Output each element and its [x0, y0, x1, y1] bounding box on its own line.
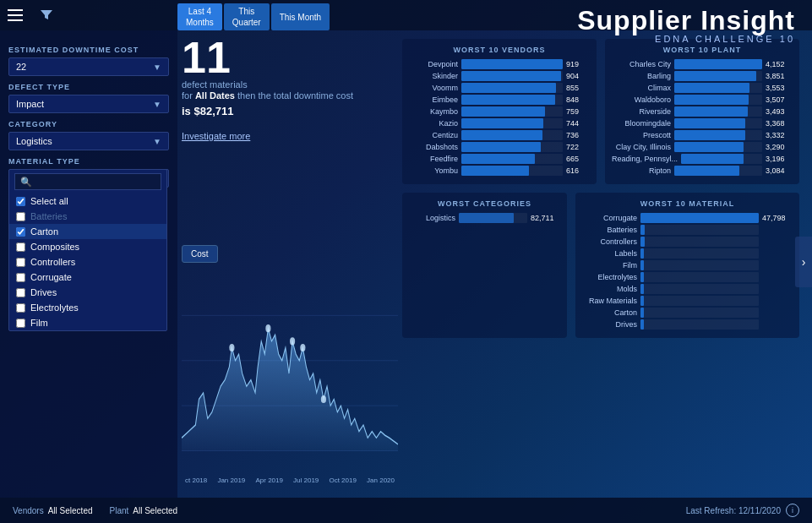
cost-button[interactable]: Cost — [182, 245, 218, 263]
vendor-value: 904 — [566, 72, 590, 80]
investigate-link[interactable]: Investigate more — [182, 131, 250, 141]
funnel-icon[interactable] — [34, 3, 59, 28]
svg-point-6 — [290, 337, 295, 345]
hamburger-menu[interactable] — [0, 0, 30, 30]
x-label-3: Apr 2019 — [255, 477, 282, 484]
x-label-4: Jul 2019 — [293, 477, 319, 484]
plant-bar-track — [674, 59, 762, 69]
corrugate-checkbox[interactable] — [16, 273, 25, 282]
worst-plant-title: WORST 10 PLANT — [612, 46, 793, 54]
material-label: Labels — [582, 249, 637, 258]
plant-bar-row: Clay City, Illinois 3,290 — [612, 142, 793, 152]
plant-bar-track — [674, 95, 762, 105]
plant-bar-row: Ripton 3,084 — [612, 166, 793, 176]
plant-value: 3,851 — [766, 72, 793, 80]
vendor-value: 744 — [566, 119, 590, 128]
this-quarter-btn[interactable]: ThisQuarter — [224, 3, 270, 30]
select-all-checkbox[interactable] — [16, 197, 25, 206]
last-refresh-text: Last Refresh: 12/11/2020 — [686, 506, 781, 515]
vendor-bar-fill — [461, 59, 563, 69]
big-number-display: 11 defect materials — [182, 35, 248, 90]
material-type-dropdown: Select all Batteries Carton Composites C… — [8, 169, 167, 331]
material-bar-track — [640, 237, 759, 247]
description-text: for All Dates then the total downtime co… — [182, 89, 353, 119]
brand: Supplier Insight EDNA CHALLENGE 10 — [577, 7, 795, 44]
batteries-checkbox[interactable] — [16, 212, 25, 221]
material-bar-fill — [640, 284, 644, 294]
material-bar-row: Corrugate 47,798 — [582, 213, 793, 223]
material-item-drives[interactable]: Drives — [9, 285, 166, 300]
timeline-chart-area: ct 2018 Jan 2019 Apr 2019 Jul 2019 Oct 2… — [182, 270, 398, 477]
vendor-bar-row: Yombu 616 — [409, 166, 590, 176]
cost-text: is $82,711 — [182, 105, 233, 117]
category-select[interactable]: Logistics ▼ — [8, 132, 169, 150]
material-bar-fill — [640, 260, 644, 270]
downtime-cost-select[interactable]: 22 ▼ — [8, 57, 169, 76]
this-month-btn[interactable]: This Month — [271, 3, 330, 30]
plant-value: 3,553 — [766, 84, 793, 92]
material-item-corrugate[interactable]: Corrugate — [9, 270, 166, 285]
bottom-bar: Vendors All Selected Plant All Selected … — [0, 498, 812, 523]
vendor-value: 759 — [566, 107, 590, 116]
vendor-bar-track — [461, 83, 563, 93]
plant-label: Climax — [612, 84, 671, 92]
plant-label: Ripton — [612, 166, 671, 175]
material-item-electrolytes[interactable]: Electrolytes — [9, 300, 166, 315]
composites-checkbox[interactable] — [16, 242, 25, 252]
vendor-bar-track — [461, 106, 563, 117]
plant-bar-track — [674, 142, 762, 152]
nav-arrow-right[interactable]: › — [795, 237, 812, 287]
worst-categories-panel: WORST CATEGORIES Logistics 82,711 — [402, 193, 567, 338]
info-icon[interactable]: i — [786, 504, 799, 517]
x-label-5: Oct 2019 — [329, 477, 356, 484]
plant-bar-fill — [674, 95, 749, 105]
select-all-item[interactable]: Select all — [9, 193, 166, 209]
plant-bar-track — [674, 166, 762, 176]
plant-bar-row: Charles City 4,152 — [612, 59, 793, 69]
vendor-label: Voomm — [409, 84, 458, 92]
vendor-bar-fill — [461, 83, 556, 93]
electrolytes-checkbox[interactable] — [16, 303, 25, 313]
material-bar-row: Batteries — [582, 225, 793, 235]
dates-text: All Dates — [195, 90, 235, 101]
material-bar-row: Drives — [582, 319, 793, 330]
controllers-checkbox[interactable] — [16, 258, 25, 267]
downtime-cost-label: ESTIMATED DOWNTIME COST — [8, 46, 169, 54]
material-item-film[interactable]: Film — [9, 315, 166, 330]
plant-bar-fill — [674, 83, 749, 93]
vendor-value: 722 — [566, 143, 590, 151]
plant-bar-track — [681, 154, 762, 164]
vendors-value: All Selected — [48, 506, 93, 515]
material-bar-fill — [640, 213, 759, 223]
material-bar-row: Labels — [582, 248, 793, 259]
drives-checkbox[interactable] — [16, 288, 25, 297]
material-item-batteries[interactable]: Batteries — [9, 209, 166, 224]
vendor-value: 665 — [566, 155, 590, 163]
material-bar-row: Molds — [582, 284, 793, 294]
defect-type-select[interactable]: Impact ▼ — [8, 95, 169, 113]
plant-value: 3,196 — [766, 155, 793, 163]
plant-bar-fill — [674, 118, 745, 128]
category-label: CATEGORY — [8, 120, 169, 128]
film-checkbox[interactable] — [16, 319, 25, 328]
vendor-label: Kaymbo — [409, 107, 458, 116]
material-item-composites[interactable]: Composites — [9, 239, 166, 254]
svg-point-5 — [265, 324, 270, 332]
vendor-bar-row: Devpoint 919 — [409, 59, 590, 69]
material-label: Drives — [582, 320, 637, 329]
material-bar-row: Film — [582, 260, 793, 270]
vendor-bar-row: Voomm 855 — [409, 83, 590, 93]
carton-checkbox[interactable] — [16, 227, 25, 237]
material-search-input[interactable] — [14, 173, 161, 190]
worst-material-panel: WORST 10 MATERIAL Corrugate 47,798 Batte… — [575, 193, 799, 338]
svg-point-8 — [321, 395, 326, 403]
material-label: Film — [582, 261, 637, 270]
material-label: Corrugate — [582, 214, 637, 222]
plant-label: Riverside — [612, 107, 671, 116]
last-4-months-btn[interactable]: Last 4Months — [177, 3, 222, 30]
vendor-label: Kazio — [409, 119, 458, 128]
material-item-controllers[interactable]: Controllers — [9, 254, 166, 270]
material-bar-fill — [640, 319, 644, 330]
material-item-carton[interactable]: Carton — [9, 224, 166, 239]
material-bar-track — [640, 296, 759, 306]
